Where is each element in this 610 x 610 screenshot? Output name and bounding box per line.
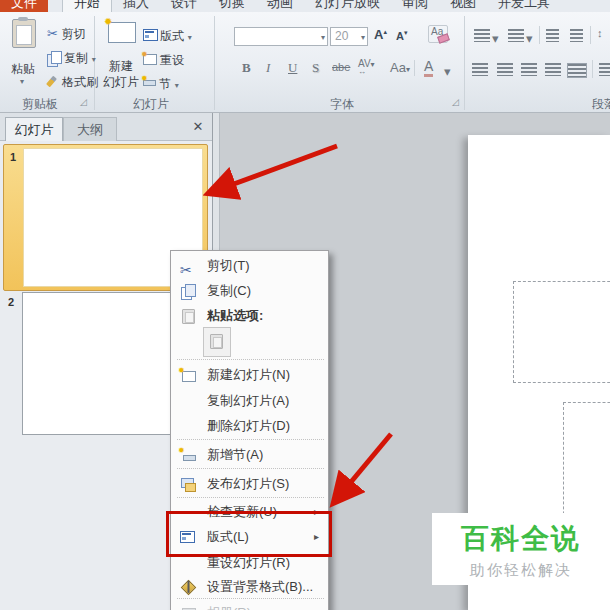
strikethrough-button[interactable]: abe	[332, 61, 350, 73]
menu-separator	[177, 439, 324, 440]
chevron-down-icon: ▾	[20, 77, 24, 86]
layout-label: 版式	[160, 29, 184, 43]
separator	[539, 26, 540, 44]
separator	[592, 60, 593, 78]
menu-item-cut[interactable]: ✂ 剪切(T)	[171, 254, 326, 278]
tab-design[interactable]: 设计	[160, 0, 208, 12]
scissors-icon: ✂	[180, 258, 196, 274]
new-slide-label-bottom: 幻灯片	[100, 74, 142, 91]
bullets-button[interactable]	[474, 29, 490, 42]
watermark-title: 百科全说	[432, 520, 610, 558]
tab-view[interactable]: 视图	[439, 0, 487, 12]
change-case-button[interactable]: Aa▾	[390, 60, 410, 75]
bold-button[interactable]: B	[242, 60, 251, 76]
paragraph-group-label: 段落	[592, 96, 610, 113]
align-left-button[interactable]	[472, 63, 488, 76]
menu-item-copy[interactable]: 复制(C)	[171, 279, 326, 303]
section-button[interactable]: ✹ 节 ▾	[143, 76, 179, 93]
numbering-button[interactable]	[508, 29, 524, 42]
menu-separator	[177, 497, 324, 498]
format-painter-button[interactable]: 格式刷	[47, 74, 98, 91]
up-down-arrow-icon: ↕	[597, 27, 603, 39]
group-separator	[214, 16, 215, 110]
font-color-button[interactable]: A	[424, 58, 433, 77]
font-size-combobox[interactable]: 20 ▾	[330, 27, 368, 46]
new-slide-button[interactable]: ✹ 新建 幻灯片	[100, 16, 142, 94]
slide-number: 2	[8, 296, 14, 308]
reset-label: 重设	[160, 53, 184, 67]
red-arrow-to-layout	[336, 434, 391, 500]
justify-button[interactable]	[545, 63, 561, 76]
shrink-font-button[interactable]: A▾	[396, 29, 407, 42]
tab-insert[interactable]: 插入	[112, 0, 160, 12]
reset-button[interactable]: ✹ 重设	[143, 52, 184, 69]
cut-button[interactable]: ✂ 剪切	[47, 26, 86, 43]
columns-button[interactable]	[599, 63, 610, 76]
paste-option-button[interactable]	[203, 327, 231, 357]
menu-item-photo-album: 相册(R)	[171, 601, 326, 610]
tab-animations[interactable]: 动画	[256, 0, 304, 12]
font-dialog-launcher-icon[interactable]: ◿	[452, 97, 459, 107]
chevron-down-icon: ▾	[175, 81, 179, 90]
layout-button[interactable]: 版式 ▾	[143, 28, 192, 45]
photo-album-icon	[180, 605, 196, 610]
caret-up-icon: ▴	[383, 28, 387, 35]
clear-formatting-button[interactable]: Aa	[428, 25, 448, 43]
content-placeholder[interactable]	[513, 281, 610, 383]
menu-item-add-section[interactable]: ✹ 新增节(A)	[171, 443, 326, 467]
font-size-value: 20	[335, 29, 348, 43]
align-right-button[interactable]	[521, 63, 537, 76]
font-name-combobox[interactable]: ▾	[234, 27, 328, 46]
panel-tab-outline[interactable]: 大纲	[63, 117, 117, 141]
align-center-button[interactable]	[497, 63, 513, 76]
clipboard-dialog-launcher-icon[interactable]: ◿	[80, 97, 87, 107]
text-shadow-button[interactable]: S	[312, 60, 319, 76]
underline-button[interactable]: U	[288, 60, 297, 76]
new-slide-icon: ✹	[180, 367, 196, 383]
clipboard-icon	[16, 25, 32, 45]
layout-icon	[143, 29, 158, 41]
close-icon[interactable]: ✕	[190, 119, 206, 135]
tab-review[interactable]: 审阅	[391, 0, 439, 12]
menu-item-new-slide[interactable]: ✹ 新建幻灯片(N)	[171, 363, 326, 387]
panel-tab-slides[interactable]: 幻灯片	[5, 117, 63, 141]
decrease-indent-button[interactable]	[546, 29, 559, 42]
menu-item-publish-slides[interactable]: 发布幻灯片(S)	[171, 472, 326, 496]
distributed-button[interactable]	[567, 63, 587, 78]
tab-transitions[interactable]: 切换	[208, 0, 256, 12]
chevron-down-icon[interactable]: ▾	[492, 31, 499, 46]
italic-button[interactable]: I	[266, 60, 270, 76]
format-painter-label: 格式刷	[62, 75, 98, 89]
chevron-down-icon: ▾	[406, 65, 410, 74]
separator	[414, 60, 415, 76]
tab-file[interactable]: 文件	[0, 0, 48, 12]
paste-button[interactable]: 粘贴 ▾	[4, 17, 42, 93]
chevron-down-icon[interactable]: ▾	[444, 64, 451, 79]
chevron-down-icon: ▾	[371, 60, 375, 69]
menu-item-format-background[interactable]: 设置背景格式(B)...	[171, 575, 326, 599]
ribbon: 粘贴 ▾ ✂ 剪切 复制 ▾ 格式刷 剪贴板 ◿ ✹ 新建 幻灯片 版式	[0, 12, 610, 113]
star-icon: ✹	[141, 74, 148, 84]
cut-label: 剪切	[62, 27, 86, 41]
clipboard-icon	[18, 17, 28, 21]
menu-separator	[177, 359, 324, 360]
chevron-down-icon[interactable]: ▾	[526, 31, 533, 46]
scissors-icon: ✂	[47, 26, 58, 41]
line-spacing-button[interactable]: ↕	[597, 27, 603, 39]
copy-button[interactable]: 复制 ▾	[47, 50, 96, 67]
watermark-subtitle: 助你轻松解决	[432, 561, 610, 580]
character-spacing-button[interactable]: AV▾ ↔	[358, 58, 375, 80]
increase-indent-button[interactable]	[570, 29, 583, 42]
new-slide-label-top: 新建	[100, 58, 142, 75]
caret-down-icon: ▾	[404, 29, 408, 36]
copy-icon	[51, 51, 62, 64]
group-separator	[464, 16, 465, 110]
menu-item-duplicate-slide[interactable]: 复制幻灯片(A)	[171, 389, 326, 413]
tab-slideshow[interactable]: 幻灯片放映	[304, 0, 391, 12]
grow-font-button[interactable]: A▴	[374, 27, 387, 42]
tab-home[interactable]: 开始	[62, 0, 112, 12]
chevron-down-icon: ▾	[321, 33, 325, 42]
paste-icon	[210, 334, 223, 349]
menu-item-delete-slide[interactable]: 删除幻灯片(D)	[171, 414, 326, 438]
tab-developer[interactable]: 开发工具	[487, 0, 561, 12]
